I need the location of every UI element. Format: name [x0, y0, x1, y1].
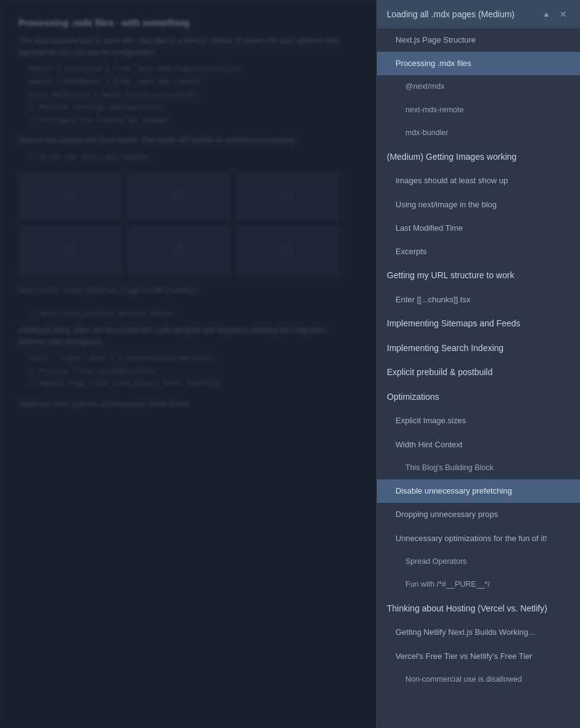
menu-item[interactable]: (Medium) Getting Images working: [377, 145, 580, 170]
menu-item[interactable]: Dropping unnecessary props: [377, 503, 580, 526]
menu-item[interactable]: Optimizations: [377, 385, 580, 410]
menu-item[interactable]: @next/mdx: [377, 75, 580, 99]
menu-item[interactable]: Explicit Image.sizes: [377, 409, 580, 432]
menu-item[interactable]: next-mdx-remote: [377, 99, 580, 122]
menu-item[interactable]: Excerpts: [377, 240, 580, 263]
dropdown-collapse-arrow[interactable]: ▲: [543, 10, 550, 19]
close-button[interactable]: ×: [556, 7, 570, 21]
menu-item[interactable]: Last Modified Time: [377, 217, 580, 240]
menu-item[interactable]: mdx-bundler: [377, 122, 580, 145]
menu-item[interactable]: Disable unnecessary prefetching: [377, 479, 580, 503]
dropdown-panel: Loading all .mdx pages (Medium) ▲ × Next…: [376, 0, 580, 728]
dropdown-header-title: Loading all .mdx pages (Medium): [387, 9, 515, 19]
menu-item[interactable]: Vercel's Free Tier vs Netlify's Free Tie…: [377, 645, 580, 668]
menu-item[interactable]: Explicit prebuild & postbuild: [377, 360, 580, 385]
dropdown-header: Loading all .mdx pages (Medium) ▲ ×: [377, 0, 580, 28]
menu-item[interactable]: Spread Operators: [377, 550, 580, 574]
menu-item[interactable]: Getting Netlify Next.js Builds Working..…: [377, 621, 580, 644]
menu-item[interactable]: Non-commercial use is disallowed: [377, 668, 580, 692]
dropdown-list: Next.js Page StructureProcessing .mdx fi…: [377, 28, 580, 728]
menu-item[interactable]: Unnecessary optimizations for the fun of…: [377, 527, 580, 550]
menu-item[interactable]: Processing .mdx files: [377, 52, 580, 75]
menu-item[interactable]: Getting my URL structure to work: [377, 263, 580, 288]
menu-item[interactable]: Enter [[...chunks]].tsx: [377, 288, 580, 312]
menu-item[interactable]: Width Hint Context: [377, 433, 580, 457]
menu-item[interactable]: Using next/image in the blog: [377, 193, 580, 217]
menu-item[interactable]: Thinking about Hosting (Vercel vs. Netli…: [377, 597, 580, 621]
menu-item[interactable]: This Blog's Building Block: [377, 457, 580, 480]
menu-item[interactable]: Images should at least show up: [377, 169, 580, 192]
menu-item[interactable]: Fun with /*#__PURE__*/: [377, 573, 580, 597]
menu-item[interactable]: Next.js Page Structure: [377, 28, 580, 52]
menu-item[interactable]: Implementing Sitemaps and Feeds: [377, 312, 580, 336]
menu-item[interactable]: Implementing Search Indexing: [377, 336, 580, 361]
